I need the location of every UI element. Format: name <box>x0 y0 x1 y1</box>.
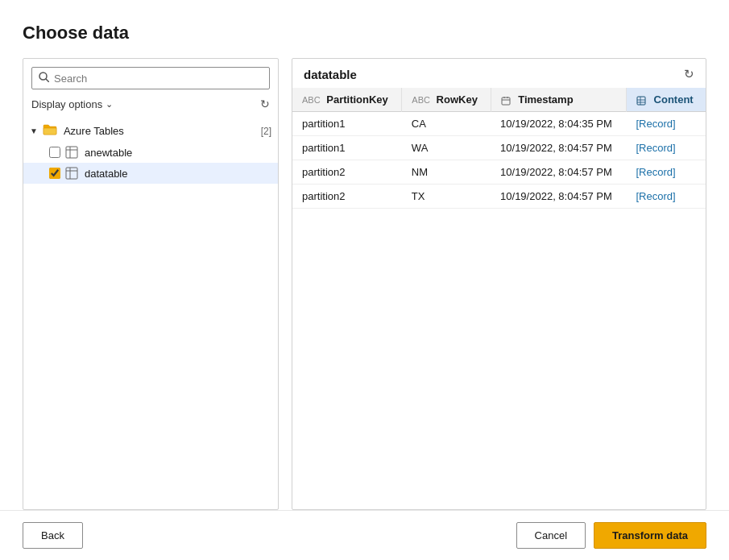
tree-group-header: ▼ Azure Tables [2] <box>23 120 278 142</box>
table-cell-partitionkey: partition1 <box>292 112 402 136</box>
tree-group-label: Azure Tables <box>64 125 258 137</box>
table-cell-rowkey: WA <box>402 136 491 160</box>
table-row: partition2NM10/19/2022, 8:04:57 PM[Recor… <box>292 160 706 185</box>
abc-icon-rowkey: ABC <box>412 95 430 105</box>
search-box <box>31 67 270 89</box>
svg-rect-5 <box>66 168 77 179</box>
table-header-row: ABC PartitionKey ABC RowKey <box>292 88 706 112</box>
preview-refresh-button[interactable]: ↻ <box>684 67 694 81</box>
transform-data-button[interactable]: Transform data <box>594 522 706 549</box>
cal-icon-timestamp <box>501 95 512 106</box>
chevron-down-icon: ⌄ <box>106 99 113 110</box>
table-cell-partitionkey: partition2 <box>292 185 402 209</box>
col-partitionkey: ABC PartitionKey <box>292 88 402 112</box>
col-rowkey-label: RowKey <box>437 93 478 106</box>
table-cell-timestamp: 10/19/2022, 8:04:57 PM <box>491 185 626 209</box>
anewtable-label: anewtable <box>85 147 132 159</box>
tree-expand-icon: ▼ <box>30 127 38 135</box>
display-options-label: Display options <box>31 98 102 110</box>
abc-icon-partitionkey: ABC <box>302 95 321 105</box>
datatable-checkbox[interactable] <box>49 168 60 179</box>
folder-icon <box>43 123 57 139</box>
col-content-label: Content <box>654 93 694 106</box>
table-icon-datatable <box>65 167 78 180</box>
cancel-button[interactable]: Cancel <box>516 522 586 549</box>
tree-item-anewtable[interactable]: anewtable <box>23 142 278 163</box>
datatable-label: datatable <box>85 168 128 180</box>
footer: Back Cancel Transform data <box>0 510 729 560</box>
refresh-button[interactable]: ↻ <box>260 97 270 110</box>
col-timestamp: Timestamp <box>491 88 626 112</box>
table-cell-rowkey: TX <box>402 185 491 209</box>
table-cell-content[interactable]: [Record] <box>626 160 706 185</box>
table-cell-rowkey: NM <box>402 160 491 185</box>
col-content: Content <box>626 88 706 112</box>
table-cell-content[interactable]: [Record] <box>626 112 706 136</box>
col-partitionkey-label: PartitionKey <box>326 93 388 106</box>
table-cell-rowkey: CA <box>402 112 491 136</box>
tree-area: ▼ Azure Tables [2] <box>23 117 278 509</box>
svg-rect-12 <box>637 97 645 105</box>
data-table: ABC PartitionKey ABC RowKey <box>292 88 706 209</box>
right-panel: datatable ↻ ABC PartitionKey ABC Row <box>292 58 706 510</box>
table-cell-timestamp: 10/19/2022, 8:04:35 PM <box>491 112 626 136</box>
footer-right: Cancel Transform data <box>516 522 706 549</box>
svg-rect-8 <box>502 97 510 105</box>
table-header: ABC PartitionKey ABC RowKey <box>292 88 706 112</box>
table-cell-partitionkey: partition1 <box>292 136 402 160</box>
table-cell-partitionkey: partition2 <box>292 160 402 185</box>
table-row: partition1CA10/19/2022, 8:04:35 PM[Recor… <box>292 112 706 136</box>
display-options-button[interactable]: Display options ⌄ <box>31 98 113 110</box>
body-area: Display options ⌄ ↻ ▼ Azure Tables [2] <box>23 58 706 510</box>
grid-icon-content <box>636 95 648 106</box>
left-panel: Display options ⌄ ↻ ▼ Azure Tables [2] <box>23 58 279 510</box>
table-cell-timestamp: 10/19/2022, 8:04:57 PM <box>491 136 626 160</box>
datatable-header: datatable ↻ <box>292 59 706 88</box>
table-row: partition2TX10/19/2022, 8:04:57 PM[Recor… <box>292 185 706 209</box>
col-timestamp-label: Timestamp <box>518 93 573 106</box>
footer-left: Back <box>23 522 83 549</box>
svg-rect-2 <box>66 147 77 158</box>
table-container: ABC PartitionKey ABC RowKey <box>292 88 706 509</box>
anewtable-checkbox[interactable] <box>49 147 60 158</box>
tree-group-count: [2] <box>261 126 271 137</box>
back-button[interactable]: Back <box>23 522 83 549</box>
table-cell-timestamp: 10/19/2022, 8:04:57 PM <box>491 160 626 185</box>
display-options-row: Display options ⌄ ↻ <box>23 94 278 117</box>
datatable-title: datatable <box>304 68 357 81</box>
page-title: Choose data <box>23 23 706 44</box>
tree-item-datatable[interactable]: datatable <box>23 163 278 184</box>
search-icon <box>39 72 49 85</box>
table-cell-content[interactable]: [Record] <box>626 136 706 160</box>
table-body: partition1CA10/19/2022, 8:04:35 PM[Recor… <box>292 112 706 209</box>
table-row: partition1WA10/19/2022, 8:04:57 PM[Recor… <box>292 136 706 160</box>
col-rowkey: ABC RowKey <box>402 88 491 112</box>
search-input[interactable] <box>54 73 263 85</box>
svg-line-1 <box>46 79 49 82</box>
table-icon <box>65 146 78 159</box>
table-cell-content[interactable]: [Record] <box>626 185 706 209</box>
